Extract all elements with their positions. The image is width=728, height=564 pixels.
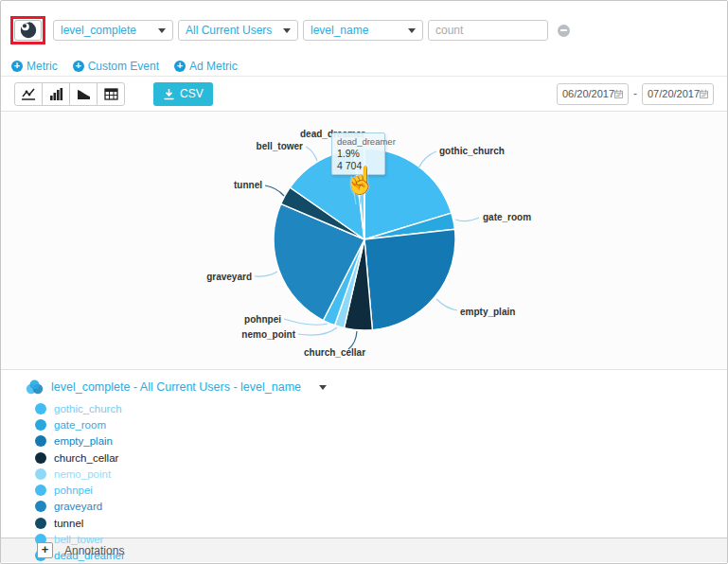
legend-label: graveyard — [54, 501, 102, 512]
area-chart-button[interactable] — [69, 82, 98, 106]
chevron-down-icon — [319, 385, 327, 390]
legend-label: empty_plain — [54, 435, 113, 447]
tooltip-percent: 1.9% — [337, 148, 380, 159]
csv-label: CSV — [180, 87, 204, 100]
series-bubbles-icon — [26, 379, 44, 395]
date-to-value: 07/20/2017 — [648, 88, 700, 99]
chart-toolbar: CSV 06/20/2017 - 07/20/2017 — [1, 77, 727, 112]
chevron-down-icon — [158, 28, 166, 33]
chevron-down-icon — [408, 28, 416, 33]
legend-item-tunnel[interactable]: tunnel — [35, 515, 727, 531]
event-dropdown-value: level_complete — [61, 24, 136, 37]
metric-input-value: count — [435, 24, 463, 37]
chevron-down-icon — [283, 28, 291, 33]
pie-label-church_cellar: church_cellar — [304, 347, 365, 358]
event-type-button[interactable] — [14, 20, 42, 41]
date-to-input[interactable]: 07/20/2017 — [642, 83, 714, 105]
line-chart-button[interactable] — [14, 82, 43, 106]
legend-label: church_cellar — [54, 452, 118, 464]
legend-item-church_cellar[interactable]: church_cellar — [35, 449, 727, 466]
event-dropdown[interactable]: level_complete — [53, 20, 173, 41]
legend-label: pohnpei — [54, 485, 93, 496]
segment-dropdown[interactable]: All Current Users — [178, 20, 298, 41]
pie-label-leader-graveyard — [255, 272, 277, 276]
pie-label-graveyard: graveyard — [206, 272, 252, 282]
legend-header-label: level_complete - All Current Users - lev… — [51, 380, 301, 394]
legend-item-gothic_church[interactable]: gothic_church — [35, 400, 727, 416]
legend-dot-icon — [35, 419, 46, 431]
add-metric-label: Metric — [27, 60, 58, 73]
legend-item-pohnpei[interactable]: pohnpei — [35, 482, 727, 498]
legend-dot-icon — [35, 435, 46, 447]
table-view-button[interactable] — [97, 82, 125, 106]
legend-item-gate_room[interactable]: gate_room — [35, 416, 727, 432]
date-range: 06/20/2017 - 07/20/2017 — [557, 83, 714, 105]
legend-section: level_complete - All Current Users - lev… — [1, 370, 727, 538]
add-ad-metric-label: Ad Metric — [189, 60, 238, 73]
download-icon — [163, 88, 175, 100]
metric-input[interactable]: count — [428, 20, 548, 41]
legend-item-nemo_point[interactable]: nemo_point — [35, 466, 727, 482]
calendar-icon — [614, 89, 623, 99]
pie-label-nemo_point: nemo_point — [241, 329, 295, 340]
pie-label-leader-empty_plain — [436, 299, 457, 310]
legend-header[interactable]: level_complete - All Current Users - lev… — [26, 379, 727, 395]
pie-label-leader-nemo_point — [298, 327, 337, 335]
legend-item-empty_plain[interactable]: empty_plain — [35, 433, 727, 449]
event-globe-icon — [19, 21, 38, 40]
legend-item-graveyard[interactable]: graveyard — [35, 499, 727, 515]
add-ad-metric-link[interactable]: + Ad Metric — [174, 60, 238, 73]
plus-circle-icon: + — [73, 61, 84, 72]
legend-dot-icon — [35, 452, 46, 464]
pie-label-tunnel: tunnel — [234, 180, 262, 190]
calendar-icon — [700, 89, 708, 99]
annotations-label: Annotations — [64, 544, 124, 557]
pie-label-leader-gate_room — [455, 218, 479, 221]
remove-metric-icon[interactable] — [558, 25, 570, 37]
hand-cursor-icon: ☝ — [344, 165, 377, 196]
parameter-dropdown[interactable]: level_name — [303, 20, 423, 41]
add-custom-event-label: Custom Event — [88, 60, 159, 73]
pie-label-leader-tunnel — [265, 185, 284, 196]
pie-label-leader-bell_tower — [306, 147, 317, 161]
date-separator: - — [633, 87, 637, 100]
highlight-box — [10, 16, 45, 44]
add-annotation-button[interactable]: + — [37, 542, 53, 558]
pie-label-gothic_church: gothic_church — [439, 146, 505, 156]
add-custom-event-link[interactable]: + Custom Event — [73, 60, 159, 73]
analytics-page: level_complete All Current Users level_n… — [0, 0, 728, 564]
legend-label: gate_room — [54, 419, 106, 431]
chart-type-group — [14, 82, 125, 106]
legend-dot-icon — [35, 518, 46, 529]
add-links-row: + Metric + Custom Event + Ad Metric — [10, 60, 718, 73]
parameter-dropdown-value: level_name — [311, 24, 368, 37]
pie-label-leader-gothic_church — [418, 151, 436, 168]
tooltip-title: dead_dreamer — [337, 136, 380, 147]
legend-dot-icon — [35, 403, 46, 414]
date-from-input[interactable]: 06/20/2017 — [557, 83, 629, 105]
pie-slice-empty_plain[interactable] — [364, 229, 455, 329]
legend-label: tunnel — [54, 518, 83, 529]
segment-dropdown-value: All Current Users — [186, 24, 272, 37]
pie-label-pohnpei: pohnpei — [244, 314, 281, 325]
add-metric-link[interactable]: + Metric — [11, 60, 58, 73]
legend-dot-icon — [35, 501, 46, 512]
bar-chart-button[interactable] — [42, 82, 70, 106]
bar-chart-icon — [49, 87, 63, 100]
area-chart-icon — [77, 87, 91, 100]
legend-dot-icon — [35, 468, 46, 480]
filter-row: level_complete All Current Users level_n… — [10, 16, 718, 44]
filter-section: level_complete All Current Users level_n… — [1, 1, 727, 77]
pie-label-bell_tower: bell_tower — [257, 141, 304, 151]
plus-circle-icon: + — [174, 61, 186, 72]
pie-label-empty_plain: empty_plain — [460, 307, 515, 317]
line-chart-icon — [21, 87, 36, 101]
legend-dot-icon — [35, 485, 46, 496]
csv-download-button[interactable]: CSV — [153, 82, 213, 106]
legend-label: nemo_point — [54, 468, 111, 480]
legend-label: gothic_church — [54, 403, 122, 414]
table-icon — [104, 88, 118, 100]
pie-label-gate_room: gate_room — [483, 212, 531, 222]
pie-chart-area: gothic_churchgate_roomempty_plainchurch_… — [1, 112, 727, 370]
plus-circle-icon: + — [11, 61, 23, 72]
